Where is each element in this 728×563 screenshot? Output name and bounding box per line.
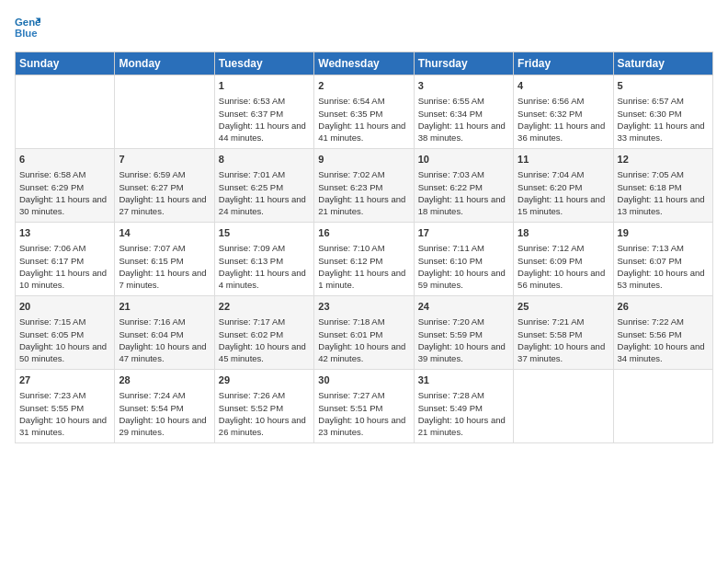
weekday-header-saturday: Saturday <box>613 52 712 75</box>
day-info: Daylight: 11 hours and 1 minute. <box>318 267 409 292</box>
day-info: Sunset: 6:35 PM <box>318 108 409 120</box>
calendar-cell: 14Sunrise: 7:07 AMSunset: 6:15 PMDayligh… <box>115 223 214 296</box>
day-info: Sunrise: 7:20 AM <box>418 316 509 327</box>
calendar-cell: 21Sunrise: 7:16 AMSunset: 6:04 PMDayligh… <box>115 296 214 370</box>
day-info: Daylight: 11 hours and 10 minutes. <box>19 267 110 292</box>
day-info: Daylight: 11 hours and 36 minutes. <box>518 120 609 144</box>
calendar-cell: 24Sunrise: 7:20 AMSunset: 5:59 PMDayligh… <box>414 296 513 370</box>
day-info: Sunset: 6:09 PM <box>518 255 609 267</box>
calendar-cell: 29Sunrise: 7:26 AMSunset: 5:52 PMDayligh… <box>214 370 313 443</box>
day-info: Sunset: 6:20 PM <box>518 181 609 193</box>
day-info: Daylight: 11 hours and 44 minutes. <box>219 120 310 144</box>
calendar-cell: 13Sunrise: 7:06 AMSunset: 6:17 PMDayligh… <box>16 223 115 296</box>
day-number: 15 <box>219 226 310 240</box>
day-info: Daylight: 10 hours and 21 minutes. <box>418 414 509 439</box>
day-info: Sunset: 6:12 PM <box>318 255 409 267</box>
day-number: 29 <box>219 373 310 387</box>
day-number: 28 <box>119 373 210 387</box>
calendar-table: SundayMondayTuesdayWednesdayThursdayFrid… <box>15 52 713 443</box>
calendar-cell: 18Sunrise: 7:12 AMSunset: 6:09 PMDayligh… <box>514 223 613 296</box>
day-number: 6 <box>19 153 110 167</box>
logo: General Blue <box>15 15 44 40</box>
day-info: Sunset: 5:51 PM <box>318 402 409 414</box>
calendar-cell: 16Sunrise: 7:10 AMSunset: 6:12 PMDayligh… <box>314 223 414 296</box>
day-number: 16 <box>318 226 409 240</box>
day-info: Daylight: 10 hours and 31 minutes. <box>19 414 110 439</box>
day-info: Sunset: 5:52 PM <box>219 402 310 414</box>
day-info: Sunrise: 7:09 AM <box>219 242 310 254</box>
day-number: 18 <box>518 226 609 240</box>
day-info: Sunrise: 7:12 AM <box>518 242 609 254</box>
day-info: Daylight: 11 hours and 24 minutes. <box>219 193 310 218</box>
day-info: Sunset: 6:23 PM <box>318 181 409 193</box>
calendar-cell <box>514 370 613 443</box>
day-number: 2 <box>318 79 409 93</box>
day-info: Daylight: 10 hours and 42 minutes. <box>318 340 409 365</box>
day-number: 24 <box>418 300 509 314</box>
day-info: Sunset: 6:10 PM <box>418 255 509 267</box>
day-info: Sunrise: 6:59 AM <box>119 168 210 180</box>
calendar-cell <box>115 75 214 149</box>
day-info: Sunrise: 6:58 AM <box>19 168 110 180</box>
day-info: Daylight: 11 hours and 15 minutes. <box>518 193 609 218</box>
day-number: 21 <box>119 300 210 314</box>
calendar-cell: 12Sunrise: 7:05 AMSunset: 6:18 PMDayligh… <box>613 149 712 223</box>
day-info: Sunrise: 7:17 AM <box>219 316 310 327</box>
day-info: Sunrise: 7:22 AM <box>618 316 709 327</box>
day-info: Sunset: 6:15 PM <box>119 255 210 267</box>
calendar-cell: 23Sunrise: 7:18 AMSunset: 6:01 PMDayligh… <box>314 296 414 370</box>
calendar-cell: 2Sunrise: 6:54 AMSunset: 6:35 PMDaylight… <box>314 75 414 149</box>
day-info: Sunrise: 7:10 AM <box>318 242 409 254</box>
calendar-cell: 19Sunrise: 7:13 AMSunset: 6:07 PMDayligh… <box>613 223 712 296</box>
day-number: 3 <box>418 79 509 93</box>
day-number: 14 <box>119 226 210 240</box>
weekday-header-monday: Monday <box>115 52 214 75</box>
calendar-cell: 8Sunrise: 7:01 AMSunset: 6:25 PMDaylight… <box>214 149 313 223</box>
day-info: Sunset: 6:05 PM <box>19 328 110 340</box>
day-number: 12 <box>618 153 709 167</box>
day-info: Sunset: 5:54 PM <box>119 402 210 414</box>
day-info: Daylight: 10 hours and 56 minutes. <box>518 267 609 292</box>
day-info: Daylight: 11 hours and 38 minutes. <box>418 120 509 144</box>
day-info: Daylight: 11 hours and 18 minutes. <box>418 193 509 218</box>
day-info: Sunset: 5:56 PM <box>618 328 709 340</box>
day-info: Daylight: 11 hours and 30 minutes. <box>19 193 110 218</box>
day-info: Sunrise: 6:55 AM <box>418 95 509 107</box>
weekday-header-tuesday: Tuesday <box>214 52 313 75</box>
day-info: Sunrise: 7:11 AM <box>418 242 509 254</box>
day-info: Sunrise: 7:26 AM <box>219 389 310 401</box>
calendar-cell: 15Sunrise: 7:09 AMSunset: 6:13 PMDayligh… <box>214 223 313 296</box>
calendar-cell: 25Sunrise: 7:21 AMSunset: 5:58 PMDayligh… <box>514 296 613 370</box>
day-info: Sunrise: 7:02 AM <box>318 168 409 180</box>
calendar-cell: 31Sunrise: 7:28 AMSunset: 5:49 PMDayligh… <box>414 370 513 443</box>
day-info: Sunrise: 7:24 AM <box>119 389 210 401</box>
day-info: Sunrise: 7:07 AM <box>119 242 210 254</box>
day-info: Sunset: 6:01 PM <box>318 328 409 340</box>
day-info: Sunset: 5:58 PM <box>518 328 609 340</box>
day-number: 4 <box>518 79 609 93</box>
day-info: Sunset: 6:18 PM <box>618 181 709 193</box>
page-header: General Blue <box>15 15 713 40</box>
day-info: Sunset: 6:30 PM <box>618 108 709 120</box>
day-info: Sunset: 5:59 PM <box>418 328 509 340</box>
day-info: Sunrise: 7:16 AM <box>119 316 210 327</box>
weekday-header-sunday: Sunday <box>16 52 115 75</box>
day-info: Sunset: 6:37 PM <box>219 108 310 120</box>
calendar-cell: 27Sunrise: 7:23 AMSunset: 5:55 PMDayligh… <box>16 370 115 443</box>
day-info: Sunset: 5:49 PM <box>418 402 509 414</box>
calendar-cell: 28Sunrise: 7:24 AMSunset: 5:54 PMDayligh… <box>115 370 214 443</box>
day-info: Daylight: 11 hours and 13 minutes. <box>618 193 709 218</box>
day-info: Sunrise: 7:03 AM <box>418 168 509 180</box>
day-info: Sunrise: 7:18 AM <box>318 316 409 327</box>
calendar-cell: 20Sunrise: 7:15 AMSunset: 6:05 PMDayligh… <box>16 296 115 370</box>
logo-icon: General Blue <box>15 15 40 40</box>
day-info: Sunrise: 6:54 AM <box>318 95 409 107</box>
day-info: Sunrise: 7:23 AM <box>19 389 110 401</box>
day-info: Sunset: 6:25 PM <box>219 181 310 193</box>
day-number: 25 <box>518 300 609 314</box>
day-number: 30 <box>318 373 409 387</box>
day-info: Daylight: 10 hours and 47 minutes. <box>119 340 210 365</box>
day-info: Sunrise: 6:53 AM <box>219 95 310 107</box>
day-info: Daylight: 11 hours and 4 minutes. <box>219 267 310 292</box>
calendar-cell: 5Sunrise: 6:57 AMSunset: 6:30 PMDaylight… <box>613 75 712 149</box>
